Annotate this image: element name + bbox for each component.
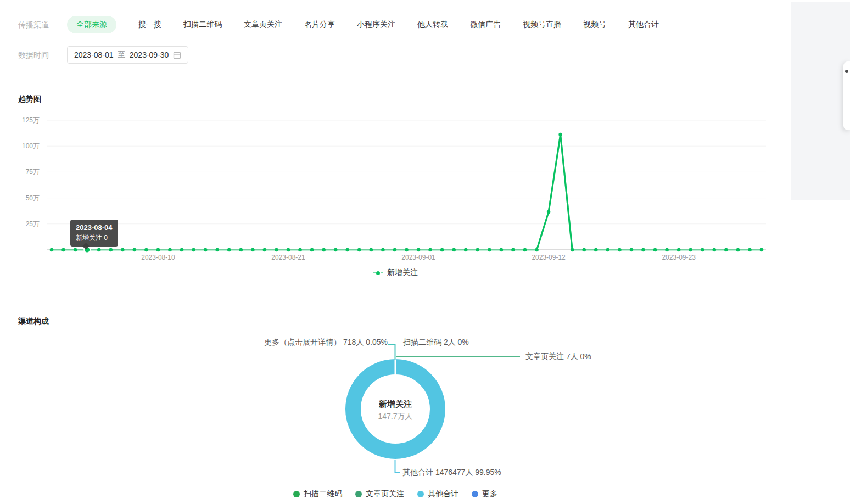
charts-canvas[interactable] (0, 0, 850, 504)
callout-scan-qr: 扫描二维码 2人 0% (403, 338, 469, 348)
x-axis-tick-4: 2023-09-23 (654, 254, 703, 261)
donut-center-value: 147.7万人 (346, 412, 445, 422)
legend-dot-icon (417, 491, 424, 497)
legend-label: 其他合计 (428, 489, 458, 499)
legend-dot-icon (293, 491, 300, 497)
y-axis-tick-4: 100万 (7, 142, 40, 151)
x-axis-tick-3: 2023-09-12 (524, 254, 573, 261)
analytics-page: 传播渠道 全部来源搜一搜扫描二维码文章页关注名片分享小程序关注他人转载微信广告视… (0, 0, 850, 504)
trend-legend-label: 新增关注 (387, 268, 418, 278)
legend-label: 文章页关注 (366, 489, 404, 499)
legend-label: 扫描二维码 (304, 489, 342, 499)
callout-article-follow: 文章页关注 7人 0% (525, 352, 591, 362)
floating-side-widget[interactable] (843, 61, 850, 130)
legend-label: 更多 (482, 489, 497, 499)
y-axis-tick-3: 75万 (7, 167, 40, 177)
callout-other-total: 其他合计 1476477人 99.95% (402, 468, 501, 478)
x-axis-tick-1: 2023-08-21 (264, 254, 313, 261)
pie-legend-item-1[interactable]: 文章页关注 (355, 489, 404, 499)
callout-more[interactable]: 更多（点击展开详情） 718人 0.05% (264, 338, 388, 348)
legend-dot-icon (355, 491, 362, 497)
right-background-panel (791, 2, 850, 200)
pie-legend: 扫描二维码文章页关注其他合计更多 (0, 489, 791, 499)
floating-widget-icon (845, 70, 848, 73)
y-axis-tick-2: 50万 (7, 194, 40, 203)
y-axis-tick-5: 125万 (7, 116, 40, 125)
y-axis-tick-1: 25万 (7, 220, 40, 229)
trend-tooltip: 2023-08-04 新增关注 0 (70, 220, 118, 247)
pie-legend-item-0[interactable]: 扫描二维码 (293, 489, 342, 499)
x-axis-tick-0: 2023-08-10 (133, 254, 183, 261)
trend-data-points[interactable] (50, 133, 764, 253)
pie-legend-item-2[interactable]: 其他合计 (417, 489, 458, 499)
legend-dot-icon (472, 491, 478, 497)
pie-legend-item-3[interactable]: 更多 (472, 489, 497, 499)
trend-legend-item[interactable]: 新增关注 (0, 268, 791, 278)
tooltip-value: 新增关注 0 (76, 233, 113, 242)
donut-center-title: 新增关注 (346, 399, 445, 410)
x-axis-tick-2: 2023-09-01 (394, 254, 443, 261)
donut-center-text: 新增关注 147.7万人 (346, 399, 445, 422)
tooltip-date: 2023-08-04 (76, 223, 113, 232)
line-series-icon (373, 271, 383, 275)
